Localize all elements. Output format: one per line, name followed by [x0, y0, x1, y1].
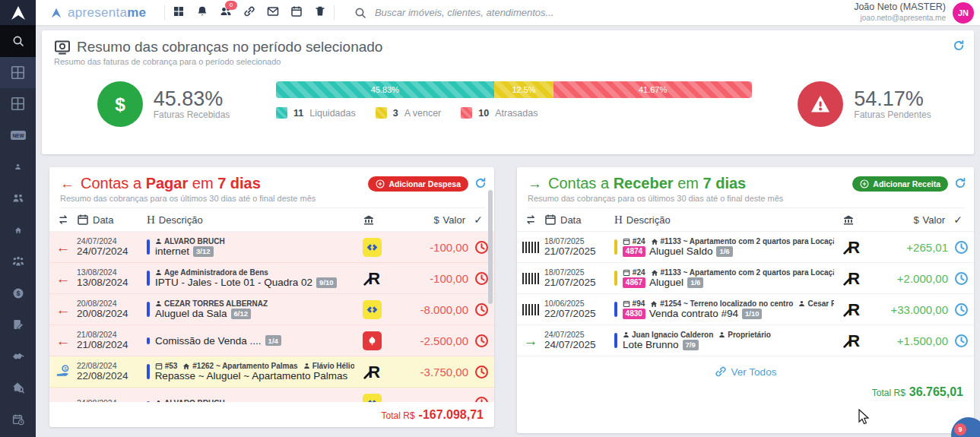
- barcode-icon: [522, 273, 539, 284]
- sidebar-item-property-search[interactable]: [0, 372, 36, 404]
- clock-icon: [474, 240, 489, 255]
- line2-text: Aluguel Saldo: [649, 245, 712, 257]
- table-row[interactable]: ←13/08/202413/08/2024Age Administradora …: [49, 263, 494, 294]
- scrollbar[interactable]: [488, 190, 493, 304]
- line2-text: internet: [155, 245, 189, 257]
- arrow-left-icon: ←: [56, 271, 71, 286]
- sidebar-item-deals[interactable]: [0, 340, 36, 372]
- bank-logo: R: [834, 268, 869, 288]
- clock-button[interactable]: [468, 334, 494, 348]
- bank-logo: [354, 238, 389, 257]
- installment-badge: 6/12: [231, 309, 252, 319]
- check-icon[interactable]: ✓: [465, 214, 491, 226]
- brand[interactable]: apresentame: [36, 5, 157, 21]
- row-description: ALVARO BRUCH: [155, 399, 225, 403]
- bank-icon: [351, 214, 386, 226]
- user-menu[interactable]: João Neto (MASTER) joao.neto@apresenta.m…: [854, 2, 980, 23]
- sidebar-item-schedule[interactable]: [0, 404, 36, 435]
- doc-icon: [155, 363, 163, 370]
- sidebar-item-clients[interactable]: [0, 183, 36, 215]
- brand-text: apresenta: [68, 5, 127, 20]
- clock-button[interactable]: [468, 302, 494, 317]
- table-row[interactable]: ←21/08/202421/08/2024Comissão de Venda .…: [49, 325, 494, 356]
- sidebar-item-panel-grid[interactable]: [0, 88, 36, 120]
- clock-button[interactable]: [948, 302, 974, 317]
- home-icon: [651, 269, 658, 277]
- legend-count: 10: [478, 108, 489, 119]
- clock-button[interactable]: [948, 334, 974, 348]
- table-row[interactable]: ←20/08/202420/08/2024CEZAR TORRES ALBERN…: [49, 294, 494, 325]
- table-row[interactable]: 18/07/202521/07/2025#24#1133 ~ Apartamen…: [517, 263, 974, 294]
- clock-button[interactable]: [468, 365, 494, 379]
- apps-grid-icon: [173, 5, 185, 17]
- summary-subtitle: Resumo das faturas de cobrança para o pe…: [42, 55, 974, 66]
- exchange-icon[interactable]: [49, 214, 77, 226]
- user-email: joao.neto@apresenta.me: [854, 14, 946, 24]
- row-value: -100,00: [389, 241, 468, 254]
- installment-badge: 3/12: [193, 246, 214, 257]
- add-receita-button[interactable]: Adicionar Receita: [852, 176, 948, 192]
- bank-logo: [354, 394, 389, 403]
- search-input[interactable]: [373, 6, 620, 19]
- line1-text: Cesar Romeu: [807, 299, 834, 308]
- trash-button[interactable]: [314, 5, 326, 21]
- sidebar-item-contracts[interactable]: [0, 309, 36, 341]
- sidebar-item-finance[interactable]: $: [0, 277, 36, 309]
- sidebar: NEW$: [0, 25, 36, 437]
- refresh-icon[interactable]: [474, 177, 487, 189]
- exchange-icon[interactable]: [517, 214, 544, 226]
- sidebar-item-person[interactable]: [0, 151, 36, 183]
- sidebar-item-dashboard-grid[interactable]: [0, 57, 36, 89]
- calendar-button[interactable]: [290, 5, 303, 21]
- clients-icon: [12, 192, 24, 204]
- refresh-icon[interactable]: [954, 177, 966, 189]
- table-row[interactable]: ←24/08/2024ALVARO BRUCH: [49, 388, 494, 402]
- installment-badge: 1/10: [742, 309, 763, 319]
- apps-grid-button[interactable]: [173, 5, 185, 21]
- clock-button[interactable]: [468, 396, 494, 403]
- chain-link-button[interactable]: [243, 5, 255, 21]
- line1-text: Juan Ignacio Calderon: [632, 331, 713, 339]
- notification-badge: 0: [225, 1, 237, 10]
- refresh-icon[interactable]: [953, 40, 965, 52]
- table-row[interactable]: →24/07/202524/07/2025Juan Ignacio Calder…: [517, 325, 974, 356]
- app-logo[interactable]: [0, 0, 36, 25]
- sidebar-item-new-badge[interactable]: NEW: [0, 120, 36, 152]
- banco-do-brasil-icon: [363, 300, 382, 319]
- legend-label: Liquidadas: [309, 108, 355, 119]
- sidebar-item-home[interactable]: [0, 214, 36, 246]
- table-row[interactable]: 10/06/202522/07/2025#94#1254 ~ Terreno l…: [517, 294, 974, 325]
- ver-todos-link[interactable]: Ver Todos: [517, 356, 974, 379]
- sidebar-item-team[interactable]: [0, 246, 36, 278]
- legend-count: 11: [293, 108, 303, 119]
- clock-button[interactable]: [948, 240, 974, 255]
- search-icon[interactable]: [354, 7, 366, 19]
- check-icon[interactable]: ✓: [945, 214, 971, 226]
- dollar-circle-icon: $: [97, 81, 143, 127]
- legend-item: 11Liquidadas: [276, 107, 356, 119]
- installment-badge: 9/10: [316, 277, 337, 288]
- barcode-indicator: [517, 273, 544, 284]
- table-row[interactable]: $22/08/202422/08/2024#53#1262 ~ Apartame…: [49, 356, 494, 388]
- banco-do-brasil-icon: [363, 238, 382, 257]
- bar-segment: 45.83%: [276, 81, 494, 98]
- arrow-left-indicator: ←: [49, 302, 77, 317]
- mail-button[interactable]: [267, 5, 279, 21]
- row-description: CEZAR TORRES ALBERNAZAluguel da Sala6/12: [155, 299, 268, 319]
- arrow-right-indicator: →: [517, 334, 544, 348]
- sidebar-item-search[interactable]: [0, 25, 36, 57]
- bank-logo: R: [834, 331, 869, 350]
- plus-circle-icon: [376, 179, 385, 188]
- bell-button[interactable]: [196, 5, 208, 21]
- table-row[interactable]: 18/07/202521/07/2025#24#1133 ~ Apartamen…: [517, 232, 974, 263]
- dollar-icon: $: [913, 214, 918, 226]
- avatar[interactable]: JN: [953, 2, 974, 24]
- clock-button[interactable]: [948, 271, 974, 286]
- contracts-icon: [12, 318, 24, 331]
- arrow-left-icon: ←: [56, 396, 71, 403]
- row-dates: 24/07/202424/07/2024: [77, 236, 147, 258]
- add-despesa-button[interactable]: Adicionar Despesa: [368, 176, 468, 192]
- users-button[interactable]: 0: [220, 5, 232, 21]
- table-row[interactable]: ←24/07/202424/07/2024ALVARO BRUCHinterne…: [49, 232, 494, 263]
- schedule-icon: [12, 413, 24, 426]
